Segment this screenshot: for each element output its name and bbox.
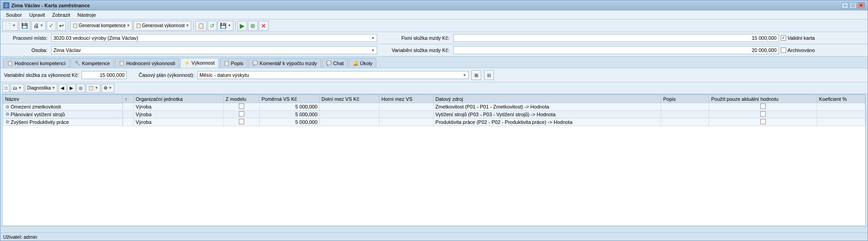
- table-body: ⚙ Omezení zmetkovitosti Výroba 5 000,000…: [3, 103, 865, 126]
- generate-kompetence-button[interactable]: 📋 Generovat kompetence ▼: [70, 21, 133, 31]
- tab-komentar[interactable]: 💬 Komentář k výpočtu mzdy: [248, 58, 321, 68]
- tab-ukoly-icon: 🔔: [353, 61, 358, 66]
- save2-button[interactable]: 💾 ▼: [218, 21, 233, 31]
- diagnostika-label: Diagnostika: [27, 85, 51, 90]
- cell-org: Výroba: [133, 111, 223, 118]
- inner-prev-icon: ◀: [61, 85, 64, 90]
- generate-vykonnost-button[interactable]: 📋 Generovat výkonnost ▼: [133, 21, 191, 31]
- col-datovy: Datový zdroj: [433, 95, 661, 103]
- inner-settings-icon: ⚙: [104, 85, 108, 90]
- pracovni-misto-label: Pracovní místo:: [4, 35, 49, 41]
- play-icon: ▶: [240, 22, 245, 29]
- pracovni-misto-input[interactable]: 3020.03 vedoucí výroby (Zima Václav) ▼: [51, 34, 377, 42]
- menu-nastroje[interactable]: Nástroje: [74, 11, 100, 19]
- table-row[interactable]: ⚙ Plánování vytížení strojů Výroba 5 000…: [3, 111, 865, 118]
- clipboard-button[interactable]: 📋: [195, 21, 207, 31]
- cell-model: [223, 111, 260, 118]
- inner-new-button[interactable]: □: [2, 84, 9, 93]
- generate-kompetence-label: Generovat kompetence: [79, 23, 126, 28]
- tab-popis[interactable]: 📋 Popis: [220, 58, 248, 68]
- variabilni-vykonnost-input[interactable]: 15 000,000: [81, 71, 127, 79]
- inner-new-icon: □: [5, 85, 7, 90]
- casovy-plan-label: Časový plán (výkonnost):: [138, 72, 194, 78]
- tab-vykonnost[interactable]: ⚡ Výkonnost: [180, 58, 218, 68]
- close-button[interactable]: ✕: [858, 2, 865, 9]
- inner-save-button[interactable]: 🗂 ▼: [10, 84, 24, 93]
- table-row[interactable]: ⚙ Zvýšení Produktivity práce Výroba 5 00…: [3, 118, 865, 126]
- inner-next-icon: ▶: [70, 85, 73, 90]
- casovy-plan-arrow: ▼: [463, 73, 466, 77]
- cell-datovy: Produktivita práce (P02 - P02 - Produkti…: [433, 118, 661, 126]
- tab-hodnoceni-vykonnosti[interactable]: 📋 Hodnocení výkonnosti: [115, 58, 179, 68]
- scroll-area[interactable]: Název ↑ Organizační jednotka Z modelu Po…: [3, 95, 865, 126]
- play-button[interactable]: ▶: [237, 21, 247, 31]
- confirm-button[interactable]: ✓: [47, 21, 56, 31]
- cell-pomerna: 5 000,000: [260, 118, 320, 126]
- undo-button[interactable]: ↩: [57, 21, 66, 31]
- table-row[interactable]: ⚙ Omezení zmetkovitosti Výroba 5 000,000…: [3, 103, 865, 111]
- horizontal-scrollbar[interactable]: [0, 226, 868, 232]
- tab-hodnoceni-kompetenci[interactable]: 📋 Hodnocení kompetencí: [3, 58, 70, 68]
- tab-popis-label: Popis: [231, 61, 244, 66]
- fixni-slozka-label: Fixní složka mzdy Kč:: [379, 35, 451, 41]
- diagnostika-button[interactable]: Diagnostika ▼: [25, 84, 57, 93]
- inner-copy-button[interactable]: 📋 ▼: [86, 84, 100, 93]
- archivovano-checkbox[interactable]: [781, 47, 786, 53]
- cell-pouzit: [709, 111, 817, 118]
- tab-kompetence[interactable]: 🔧 Kompetence: [71, 58, 114, 68]
- title-bar: Z Zima Václav - Karta zaměstnance − □ ✕: [0, 0, 868, 10]
- menu-soubor[interactable]: Soubor: [2, 11, 25, 19]
- inner-next-button[interactable]: ▶: [67, 84, 76, 93]
- add-button[interactable]: ⊕: [248, 21, 258, 31]
- generate-vykonnost-icon: 📋: [136, 23, 141, 28]
- casovy-plan-select[interactable]: Měsíc - datum výskytu ▼: [197, 71, 469, 79]
- col-horni: Horní mez VS: [379, 95, 433, 103]
- menu-upravit[interactable]: Upravit: [25, 11, 48, 19]
- row-icon: ⚙: [5, 104, 9, 109]
- new-button[interactable]: 📄 ▼: [2, 21, 18, 31]
- tab-chat[interactable]: 💬 Chat: [322, 58, 348, 68]
- col-org: Organizační jednotka: [133, 95, 223, 103]
- save2-arrow: ▼: [228, 24, 231, 28]
- save-button[interactable]: 💾: [19, 21, 30, 31]
- variabilni-slozka-input[interactable]: 20 000,000: [453, 46, 779, 54]
- refresh-button[interactable]: ↺: [208, 21, 217, 31]
- sub-form: Variabilní složka za výkonnost Kč: 15 00…: [0, 68, 868, 82]
- cell-horni: [379, 118, 433, 126]
- tab-hodnoceni-vykonnosti-icon: 📋: [119, 61, 124, 66]
- inner-copy-icon: 📋: [88, 85, 94, 90]
- inner-circle-icon: ◎: [79, 85, 83, 90]
- tab-komentar-icon: 💬: [252, 61, 258, 66]
- generate-kompetence-icon: 📋: [72, 23, 78, 28]
- print-button[interactable]: 🖨 ▼: [31, 21, 46, 31]
- sub-form-icon1: ⊞: [474, 73, 478, 78]
- menu-zobrazit[interactable]: Zobrazit: [48, 11, 74, 19]
- tab-chat-icon: 💬: [326, 61, 332, 66]
- inner-prev-button[interactable]: ◀: [58, 84, 66, 93]
- sub-form-btn2[interactable]: ⊟: [484, 70, 494, 80]
- sub-form-btn1[interactable]: ⊞: [471, 70, 481, 80]
- cell-check: [123, 111, 134, 118]
- refresh-icon: ↺: [210, 23, 214, 29]
- inner-circle-button[interactable]: ◎: [76, 84, 85, 93]
- cell-dolni: [319, 111, 379, 118]
- minimize-button[interactable]: −: [841, 2, 849, 9]
- fixni-slozka-input[interactable]: 15 000,000: [453, 34, 779, 42]
- separator-1: [68, 21, 68, 30]
- inner-settings-button[interactable]: ⚙ ▼: [101, 84, 114, 93]
- cell-nazev: ⚙ Plánování vytížení strojů: [3, 111, 123, 118]
- cell-model: [223, 103, 260, 111]
- inner-settings-arrow: ▼: [109, 86, 112, 90]
- delete-button[interactable]: ✕: [259, 21, 269, 31]
- inner-toolbar: □ 🗂 ▼ Diagnostika ▼ ◀ ▶ ◎ 📋 ▼: [0, 82, 868, 94]
- window-title: Zima Václav - Karta zaměstnance: [11, 3, 841, 8]
- cell-pouzit: [709, 103, 817, 111]
- tab-ukoly[interactable]: 🔔 Úkoly: [349, 58, 377, 68]
- main-toolbar: 📄 ▼ 💾 🖨 ▼ ✓ ↩ 📋 Generovat kompetence ▼ 📋…: [0, 19, 868, 32]
- osoba-input[interactable]: Zima Václav ▼: [51, 46, 377, 54]
- cell-koef: [817, 103, 865, 111]
- maximize-button[interactable]: □: [849, 2, 857, 9]
- clipboard-icon: 📋: [198, 23, 204, 29]
- validni-karta-label: Validní karta: [787, 35, 815, 41]
- validni-karta-checkbox[interactable]: [781, 35, 786, 41]
